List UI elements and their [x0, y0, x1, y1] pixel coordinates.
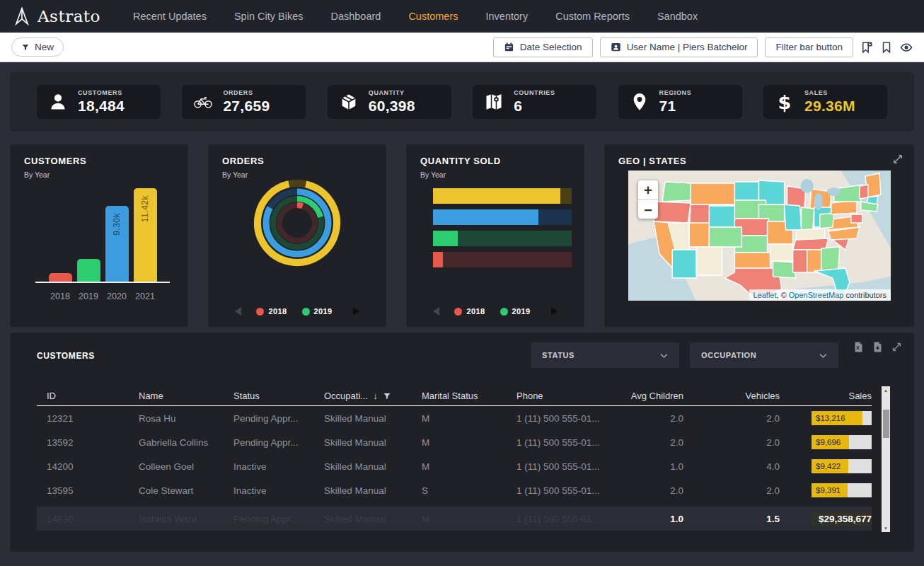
- column-header-label: Name: [139, 391, 163, 401]
- kpi-card-customers: CUSTOMERS18,484: [37, 85, 161, 119]
- scroll-down-arrow[interactable]: ▼: [882, 524, 890, 532]
- date-selection-button[interactable]: Date Selection: [493, 37, 593, 57]
- legend-label: 2019: [512, 307, 531, 316]
- cell-name: Gabriella Collins: [139, 437, 233, 448]
- legend-dot: [256, 308, 264, 316]
- kpi-text: COUNTRIES6: [514, 89, 555, 115]
- us-map-svg: [628, 171, 891, 301]
- scroll-up-arrow[interactable]: ▲: [882, 386, 890, 394]
- hbar-track-2019[interactable]: [433, 231, 572, 246]
- kpi-card-regions: REGIONS71: [618, 85, 742, 119]
- column-header-vehicles[interactable]: Vehicles: [683, 391, 780, 401]
- us-states-map[interactable]: + − Leaflet, © OpenStreetMap contributor…: [628, 171, 891, 301]
- nav-item-custom-reports[interactable]: Custom Reports: [555, 11, 630, 22]
- column-header-sales[interactable]: Sales: [780, 391, 872, 401]
- nav-item-sandbox[interactable]: Sandbox: [657, 11, 698, 22]
- table-scrollbar[interactable]: ▲ ▼: [882, 386, 890, 532]
- expand-icon[interactable]: [891, 153, 904, 166]
- column-funnel-icon[interactable]: [383, 392, 391, 400]
- legend-item-2019[interactable]: 2019: [500, 307, 531, 316]
- bar-2021[interactable]: 11.42k: [134, 188, 157, 282]
- bookmark-icon[interactable]: [880, 41, 893, 54]
- table-row[interactable]: 14200Colleen GoelInactiveSkilled ManualM…: [37, 454, 872, 478]
- bar-value-label: 9.30k: [112, 213, 122, 236]
- osm-link[interactable]: OpenStreetMap: [789, 291, 844, 299]
- legend-next-arrow[interactable]: [551, 307, 558, 316]
- user-name-button[interactable]: User Name | Piers Batchelor: [600, 37, 758, 57]
- table-row[interactable]: 13592Gabriella CollinsPending Appr...Ski…: [37, 430, 872, 454]
- nav-item-spin-city-bikes[interactable]: Spin City Bikes: [234, 11, 304, 22]
- legend-item-2018[interactable]: 2018: [454, 307, 485, 316]
- svg-text:X: X: [856, 345, 860, 351]
- bar-2018[interactable]: [49, 273, 72, 282]
- column-header-id[interactable]: ID: [37, 391, 139, 401]
- nav-item-inventory[interactable]: Inventory: [486, 11, 529, 22]
- totals-ghost-occupation: Skilled Manual: [324, 514, 422, 524]
- legend-next-arrow[interactable]: [353, 307, 359, 316]
- column-header-marital-status[interactable]: Marital Status: [422, 391, 516, 401]
- table-row[interactable]: 13595Cole StewartInactiveSkilled ManualS…: [37, 478, 872, 502]
- cell-sales: $9,696: [780, 435, 872, 449]
- chevron-down-icon: [659, 350, 669, 361]
- table-header-row: IDNameStatusOccupati...↓Marital StatusPh…: [37, 386, 872, 406]
- totals-ghost-phone: 1 (11) 500 555-01...: [516, 514, 616, 524]
- hbar-fill-2018: [433, 252, 443, 267]
- nav-item-customers[interactable]: Customers: [408, 11, 458, 22]
- cell-marital: S: [422, 485, 516, 496]
- zoom-in-button[interactable]: +: [638, 180, 658, 200]
- occupation-filter-dropdown[interactable]: OCCUPATION: [690, 342, 838, 368]
- legend-item-2018[interactable]: 2018: [256, 307, 287, 316]
- sort-desc-icon[interactable]: ↓: [373, 391, 378, 401]
- column-header-occupati[interactable]: Occupati...↓: [324, 391, 422, 401]
- leaflet-link[interactable]: Leaflet: [753, 291, 777, 299]
- bar-2019[interactable]: [77, 259, 100, 282]
- charts-row: CUSTOMERS By Year 9.30k11.42k 2018201920…: [10, 144, 914, 327]
- expand-icon[interactable]: [891, 341, 903, 353]
- hbar-track-2021[interactable]: [433, 188, 572, 204]
- table-row[interactable]: 12321Rosa HuPending Appr...Skilled Manua…: [37, 406, 872, 430]
- toolbar-right-group: Date Selection User Name | Piers Batchel…: [493, 37, 913, 57]
- scrollbar-thumb[interactable]: [883, 410, 889, 438]
- export-document-icon[interactable]: [872, 341, 884, 353]
- nav-item-dashboard[interactable]: Dashboard: [330, 11, 381, 22]
- bar-2020[interactable]: 9.30k: [105, 206, 129, 282]
- export-excel-icon[interactable]: X: [853, 341, 865, 353]
- cell-phone: 1 (11) 500 555-01...: [516, 461, 616, 472]
- cell-avg-children: 2.0: [616, 413, 683, 424]
- column-header-avg-children[interactable]: Avg Children: [616, 391, 683, 401]
- legend-prev-arrow[interactable]: [433, 307, 439, 316]
- hbar-fill-2019: [433, 231, 458, 246]
- brand-name: Astrato: [37, 7, 100, 25]
- new-filter-button[interactable]: New: [11, 37, 64, 57]
- dollar-icon: $: [774, 91, 795, 112]
- customers-bar-plot: 9.30k11.42k: [35, 183, 170, 283]
- person-icon: [47, 91, 69, 112]
- totals-sales: $29,358,677: [780, 514, 872, 524]
- hbar-track-2018[interactable]: [433, 252, 572, 267]
- bookmark-add-icon[interactable]: [860, 41, 873, 54]
- legend-prev-arrow[interactable]: [235, 307, 241, 316]
- cell-occupation: Skilled Manual: [324, 485, 422, 496]
- totals-ghost-name: Isabella Ward: [139, 514, 233, 524]
- totals-ghost-marital: M: [422, 514, 516, 524]
- status-filter-dropdown[interactable]: STATUS: [531, 342, 679, 368]
- kpi-value: 6: [514, 98, 555, 115]
- zoom-out-button[interactable]: −: [638, 200, 658, 219]
- column-header-label: Vehicles: [746, 391, 780, 401]
- table-totals-row: 14830Isabella WardPending Appr...Skilled…: [37, 507, 872, 531]
- filter-bar-button[interactable]: Filter bar button: [765, 37, 853, 57]
- legend-item-2019[interactable]: 2019: [302, 307, 333, 316]
- column-header-phone[interactable]: Phone: [516, 391, 616, 401]
- totals-avg-children: 1.0: [616, 514, 683, 524]
- nav-item-recent-updates[interactable]: Recent Updates: [133, 11, 207, 22]
- sales-bar: $9,422: [812, 459, 872, 473]
- column-header-name[interactable]: Name: [139, 391, 233, 401]
- hbar-track-2020[interactable]: [433, 209, 572, 225]
- customers-table: IDNameStatusOccupati...↓Marital StatusPh…: [37, 386, 872, 531]
- customers-bar-xaxis: 2018201920202021: [35, 291, 170, 301]
- brand[interactable]: Astrato: [13, 7, 100, 25]
- column-header-status[interactable]: Status: [233, 391, 324, 401]
- orders-by-year-panel: ORDERS By Year 20182019: [208, 144, 386, 327]
- eye-icon[interactable]: [900, 41, 913, 54]
- sales-bar: $13,216: [812, 411, 872, 425]
